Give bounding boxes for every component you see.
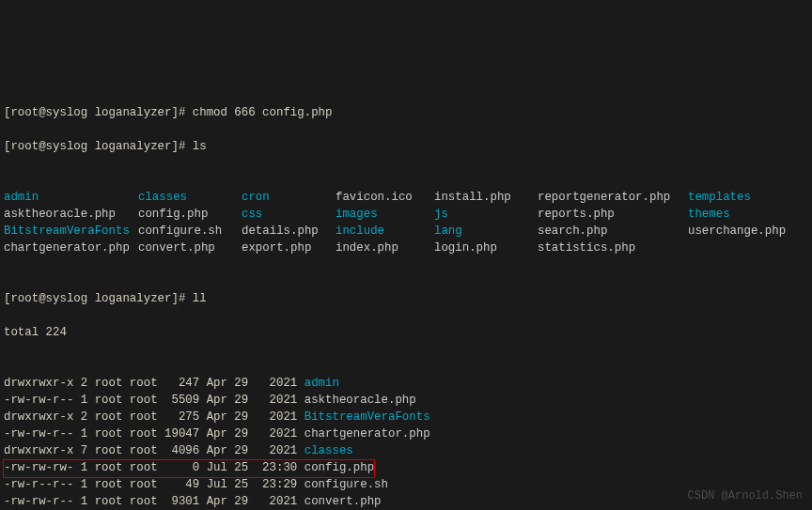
ll-row: -rw-rw-rw- 1 root root 0 Jul 25 23:30 co… (4, 460, 808, 477)
ls-item: lang (434, 224, 538, 240)
ls-item: index.php (336, 240, 434, 257)
ls-item: config.php (138, 207, 242, 224)
prompt-line: [root@syslog loganalyzer]# ls (4, 139, 808, 156)
ls-item (688, 240, 808, 257)
ll-row: drwxrwxr-x 2 root root 247 Apr 29 2021 a… (4, 376, 808, 393)
file-name: BitstreamVeraFonts (304, 410, 430, 424)
ls-item: classes (138, 190, 242, 207)
ll-row: drwxrwxr-x 2 root root 275 Apr 29 2021 B… (4, 410, 808, 426)
ll-row: drwxrwxr-x 7 root root 4096 Apr 29 2021 … (4, 443, 808, 460)
ls-item: userchange.php (688, 224, 808, 240)
ls-item: favicon.ico (336, 190, 434, 207)
watermark-text: CSDN @Arnold.Shen (688, 488, 803, 504)
ls-item: images (336, 207, 434, 224)
ll-row: -rw-rw-r-- 1 root root 19047 Apr 29 2021… (4, 426, 808, 443)
ls-item: cron (242, 190, 336, 207)
ls-item: chartgenerator.php (4, 240, 138, 257)
prompt-line: [root@syslog loganalyzer]# ll (4, 291, 808, 308)
ls-item: search.php (538, 224, 688, 240)
ls-item: BitstreamVeraFonts (4, 224, 138, 240)
ls-item: asktheoracle.php (4, 207, 138, 224)
ls-output: adminclassescronfavicon.icoinstall.phpre… (4, 190, 808, 257)
ls-item: details.php (242, 224, 336, 240)
ls-item: login.php (434, 240, 538, 257)
ls-item: install.php (434, 190, 538, 207)
file-name: convert.php (304, 495, 382, 508)
prompt-line: [root@syslog loganalyzer]# chmod 666 con… (4, 105, 808, 122)
config-highlight: -rw-rw-rw- 1 root root 0 Jul 25 23:30 co… (3, 459, 375, 478)
ls-item: export.php (242, 240, 336, 257)
ls-item: admin (4, 190, 138, 207)
file-name: asktheoracle.php (304, 394, 416, 407)
ls-item: reportgenerator.php (538, 190, 688, 207)
ls-item: reports.php (538, 207, 688, 224)
ls-item: convert.php (138, 240, 242, 257)
ll-row: -rw-rw-r-- 1 root root 5509 Apr 29 2021 … (4, 393, 808, 410)
ls-item: include (336, 224, 434, 240)
file-name: classes (304, 444, 353, 457)
ls-item: statistics.php (538, 240, 688, 257)
file-name: configure.sh (304, 478, 388, 491)
ls-item: js (434, 207, 538, 224)
ls-item: configure.sh (138, 224, 242, 240)
file-name: admin (304, 377, 339, 390)
terminal-window[interactable]: [root@syslog loganalyzer]# chmod 666 con… (4, 71, 808, 510)
file-name: config.php (304, 461, 374, 474)
file-name: chartgenerator.php (304, 427, 430, 440)
ls-item: themes (688, 207, 808, 224)
ll-total: total 224 (4, 325, 808, 342)
ls-item: templates (688, 190, 808, 207)
ls-item: css (242, 207, 336, 224)
